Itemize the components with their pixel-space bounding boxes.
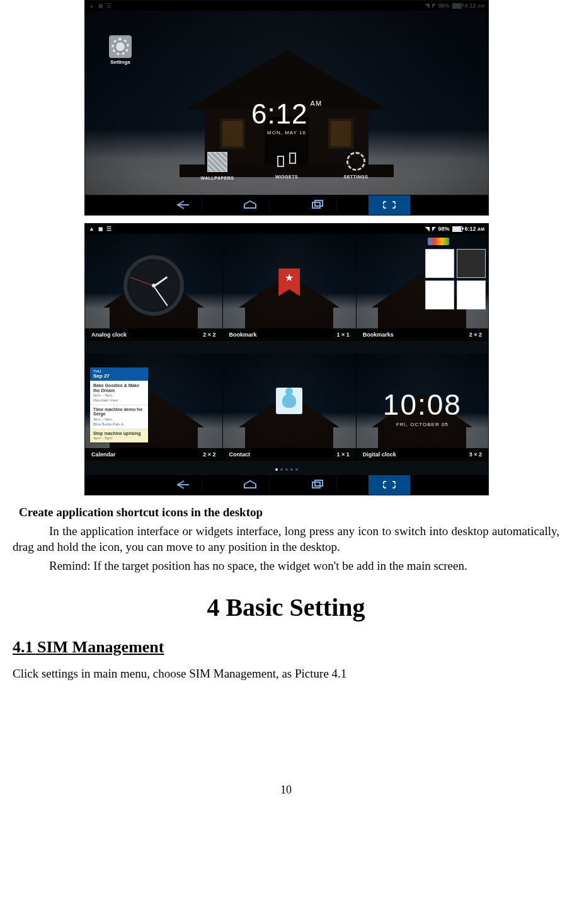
widgets-icon [277,152,296,171]
settings-icon [346,152,365,171]
widget-row: THUSep 27 Bake Goodies & Make the Dream2… [85,354,488,461]
home-button[interactable] [231,197,270,212]
widget-cell-contact[interactable]: Contact 1 × 1 [223,354,356,461]
widget-name: Analog clock [91,328,127,341]
recents-button[interactable] [299,477,337,492]
document-body: Create application shortcut icons in the… [13,504,559,681]
back-button[interactable] [164,197,202,212]
notif-icon: ◼ [98,224,103,234]
paragraph: In the application interface or widgets … [13,523,559,555]
widget-name: Contact [229,448,251,461]
widget-name: Bookmark [229,328,257,341]
notif-icon: ☰ [106,224,112,234]
screenshot-longpress-menu: ▲ ◼ ☰ ◥ 98% 6:12 AM Settings 6:12AM MON,… [84,0,489,216]
screenshot-button[interactable] [369,195,410,215]
back-button[interactable] [164,477,202,492]
calendar-widget-icon: THUSep 27 Bake Goodies & Make the Dream2… [90,367,148,442]
digital-clock-icon: 10:08 FRI, OCTOBER 05 [383,385,462,429]
subsection-heading: 4.1 SIM Management [13,636,559,658]
widget-cell-bookmarks[interactable]: Bookmarks 2 × 2 [357,234,488,341]
battery-pct: 98% [438,224,450,234]
recents-button[interactable] [299,197,337,212]
google-logo-icon [428,238,449,245]
longpress-menu: WALLPAPERS WIDGETS SETTINGS [200,152,374,180]
widgets-button[interactable]: WIDGETS [269,152,304,180]
paragraph-heading: Create application shortcut icons in the… [13,504,559,521]
clock-time: 6:12 [251,98,308,129]
page-number: 10 [13,782,559,797]
status-bar: ▲ ◼ ☰ ◥ 98% 6:12 AM [85,224,488,234]
clock-date: MON, MAY 16 [251,130,322,137]
widget-cell-bookmark[interactable]: Bookmark 1 × 1 [223,234,356,341]
contact-icon [276,388,302,414]
paragraph: Click settings in main menu, choose SIM … [13,666,559,682]
nav-bar [85,475,488,495]
widget-name: Digital clock [363,448,396,461]
settings-button[interactable]: SETTINGS [338,152,374,180]
clock-ampm: AM [311,100,323,107]
widget-size: 3 × 2 [469,448,482,461]
widget-size: 2 × 2 [203,448,215,461]
gear-icon [109,35,132,58]
widget-size: 2 × 2 [203,328,215,341]
svg-rect-3 [315,480,323,486]
widget-name: Bookmarks [363,328,394,341]
widget-name: Calendar [91,448,116,461]
widget-size: 1 × 1 [337,328,350,341]
status-time: 6:12 AM [465,224,484,234]
settings-shortcut-icon[interactable]: Settings [104,35,137,65]
settings-label: SETTINGS [343,175,368,179]
widget-size: 1 × 1 [337,448,350,461]
svg-rect-1 [315,200,323,206]
wallpapers-button[interactable]: WALLPAPERS [200,152,235,180]
widget-cell-calendar[interactable]: THUSep 27 Bake Goodies & Make the Dream2… [85,354,222,461]
wifi-icon: ◥ [425,224,430,234]
widget-size: 2 × 2 [469,328,482,341]
section-heading: 4 Basic Setting [13,591,559,625]
nav-bar [85,195,488,215]
screenshot-button[interactable] [369,475,410,495]
screenshot-widget-picker: ▲ ◼ ☰ ◥ 98% 6:12 AM Analog clock 2 × [84,223,489,495]
widgets-label: WIDGETS [275,175,298,179]
figure-group: ▲ ◼ ☰ ◥ 98% 6:12 AM Settings 6:12AM MON,… [84,0,488,495]
signal-icon [432,227,436,231]
wallpapers-icon [207,152,227,172]
widget-cell-digital-clock[interactable]: 10:08 FRI, OCTOBER 05 Digital clock 3 × … [357,354,488,461]
notif-icon: ▲ [89,224,94,234]
widget-cell-analog-clock[interactable]: Analog clock 2 × 2 [85,234,222,341]
widget-row: Analog clock 2 × 2 Bookmark 1 × 1 Boo [85,234,488,341]
paragraph: Remind: If the target position has no sp… [13,558,559,574]
home-button[interactable] [231,477,270,492]
battery-icon [452,226,462,232]
svg-rect-0 [312,202,320,208]
wallpapers-label: WALLPAPERS [200,176,234,180]
settings-shortcut-label: Settings [104,59,137,65]
svg-rect-2 [312,482,320,488]
home-clock-widget[interactable]: 6:12AM MON, MAY 16 [251,95,322,137]
bookmarks-grid-icon [425,249,486,309]
page-indicator [275,468,298,471]
analog-clock-icon [123,255,184,316]
